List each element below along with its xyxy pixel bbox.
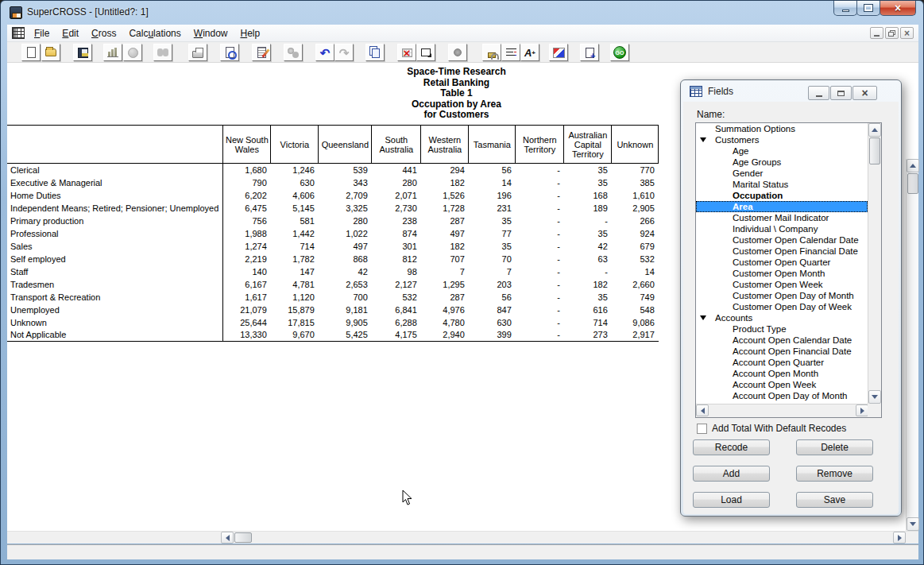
add-total-checkbox[interactable] xyxy=(697,424,707,434)
row-label[interactable]: Staff xyxy=(7,265,223,278)
data-cell[interactable]: 1,526 xyxy=(421,189,469,202)
column-header[interactable]: New South Wales xyxy=(223,126,271,164)
data-cell[interactable]: 196 xyxy=(469,189,516,202)
scroll-up-button[interactable] xyxy=(907,159,919,172)
remove-button[interactable]: Remove xyxy=(796,466,873,482)
data-cell[interactable]: 273 xyxy=(564,329,612,342)
field-item-gender[interactable]: Gender xyxy=(696,168,868,179)
data-cell[interactable]: 203 xyxy=(469,278,516,291)
new-document-button[interactable] xyxy=(21,44,41,61)
data-cell[interactable]: - xyxy=(516,265,564,278)
data-cell[interactable]: 4,976 xyxy=(421,304,469,316)
data-cell[interactable]: 714 xyxy=(271,240,319,253)
bar-chart-button[interactable] xyxy=(103,44,122,61)
data-cell[interactable]: 182 xyxy=(421,176,469,189)
data-cell[interactable]: 42 xyxy=(319,265,372,278)
row-header-corner-cell[interactable] xyxy=(7,126,223,164)
field-item-customer-open-day-of-month[interactable]: Customer Open Day of Month xyxy=(696,290,868,301)
data-cell[interactable]: 924 xyxy=(612,227,659,240)
colour-map-button[interactable] xyxy=(549,44,568,61)
data-cell[interactable]: 280 xyxy=(319,215,372,227)
field-item-accounts[interactable]: Accounts xyxy=(696,312,868,323)
data-cell[interactable]: 231 xyxy=(469,202,516,215)
data-cell[interactable]: 6,202 xyxy=(223,189,271,202)
field-item-customer-open-day-of-week[interactable]: Customer Open Day of Week xyxy=(696,301,868,312)
data-cell[interactable]: 749 xyxy=(612,291,659,304)
data-cell[interactable]: 707 xyxy=(421,253,469,265)
data-cell[interactable]: 70 xyxy=(469,253,516,265)
record-button[interactable] xyxy=(448,44,467,61)
data-cell[interactable]: 280 xyxy=(372,176,421,189)
data-cell[interactable]: 77 xyxy=(469,227,516,240)
data-cell[interactable]: 182 xyxy=(564,278,612,291)
data-cell[interactable]: 15,879 xyxy=(271,304,319,316)
menu-cross[interactable]: Cross xyxy=(85,25,122,42)
child-document-icon[interactable] xyxy=(12,27,25,39)
data-cell[interactable]: 3,325 xyxy=(319,202,372,215)
data-cell[interactable]: 1,022 xyxy=(319,227,372,240)
field-item-account-open-week[interactable]: Account Open Week xyxy=(696,379,868,390)
data-cell[interactable]: 35 xyxy=(564,164,612,176)
tree-expand-icon[interactable] xyxy=(700,315,706,320)
print-preview-button[interactable] xyxy=(220,44,239,61)
scroll-left-button[interactable] xyxy=(221,532,234,544)
data-cell[interactable]: 2,127 xyxy=(372,278,421,291)
data-cell[interactable]: 25,644 xyxy=(223,316,271,329)
data-cell[interactable]: - xyxy=(516,202,564,215)
row-label[interactable]: Sales xyxy=(7,240,223,253)
data-cell[interactable]: - xyxy=(516,278,564,291)
data-cell[interactable]: 238 xyxy=(372,215,421,227)
data-cell[interactable]: 9,905 xyxy=(319,316,372,329)
field-item-account-open-calendar-date[interactable]: Account Open Calendar Date xyxy=(696,335,868,346)
data-cell[interactable]: 770 xyxy=(612,164,659,176)
scroll-down-button[interactable] xyxy=(907,517,919,531)
tree-expand-icon[interactable] xyxy=(700,137,706,142)
data-cell[interactable]: - xyxy=(516,291,564,304)
data-cell[interactable]: 4,780 xyxy=(421,316,469,329)
row-label[interactable]: Unknown xyxy=(7,316,223,329)
recode-button[interactable]: Recode xyxy=(693,439,770,455)
data-cell[interactable]: 2,219 xyxy=(223,253,271,265)
dialog-close-button[interactable]: × xyxy=(852,86,877,100)
dialog-maximize-button[interactable] xyxy=(830,86,852,100)
field-summary-button[interactable] xyxy=(501,44,520,61)
data-cell[interactable]: 4,781 xyxy=(271,278,319,291)
data-cell[interactable]: 1,728 xyxy=(421,202,469,215)
data-cell[interactable]: 497 xyxy=(421,227,469,240)
field-item-occupation[interactable]: Occupation xyxy=(696,190,868,201)
row-label[interactable]: Not Applicable xyxy=(7,329,223,342)
data-cell[interactable]: 2,653 xyxy=(319,278,372,291)
data-cell[interactable]: 13,330 xyxy=(223,329,271,342)
data-cell[interactable]: 35 xyxy=(564,176,612,189)
data-cell[interactable]: 9,670 xyxy=(271,329,319,342)
data-cell[interactable]: 868 xyxy=(319,253,372,265)
data-cell[interactable]: 21,079 xyxy=(223,304,271,316)
field-item-customer-open-month[interactable]: Customer Open Month xyxy=(696,268,868,279)
data-cell[interactable]: - xyxy=(564,265,612,278)
field-item-customer-open-quarter[interactable]: Customer Open Quarter xyxy=(696,257,868,268)
data-cell[interactable]: 4,606 xyxy=(271,189,319,202)
data-cell[interactable]: 35 xyxy=(469,240,516,253)
data-cell[interactable]: 2,917 xyxy=(612,329,659,342)
data-cell[interactable]: 1,120 xyxy=(271,291,319,304)
data-cell[interactable]: 714 xyxy=(564,316,612,329)
data-cell[interactable]: 1,617 xyxy=(223,291,271,304)
row-label[interactable]: Clerical xyxy=(7,164,223,176)
data-cell[interactable]: 182 xyxy=(421,240,469,253)
row-label[interactable]: Professional xyxy=(7,227,223,240)
column-header[interactable]: Northern Territory xyxy=(516,126,564,164)
data-cell[interactable]: 189 xyxy=(564,202,612,215)
data-cell[interactable]: 42 xyxy=(564,240,612,253)
data-cell[interactable]: - xyxy=(516,176,564,189)
data-cell[interactable]: 17,815 xyxy=(271,316,319,329)
row-label[interactable]: Primary production xyxy=(7,215,223,227)
fields-list-hscrollbar[interactable] xyxy=(696,404,868,417)
new-table-button[interactable] xyxy=(580,44,599,61)
field-item-customer-open-week[interactable]: Customer Open Week xyxy=(696,279,868,290)
fields-scroll-left-button[interactable] xyxy=(696,404,709,416)
row-label[interactable]: Independent Means; Retired; Pensioner; U… xyxy=(7,202,223,215)
undo-button[interactable]: ↶ xyxy=(315,44,334,61)
fields-list-vscrollbar[interactable] xyxy=(868,123,881,404)
data-cell[interactable]: 532 xyxy=(372,291,421,304)
data-cell[interactable]: 874 xyxy=(372,227,421,240)
